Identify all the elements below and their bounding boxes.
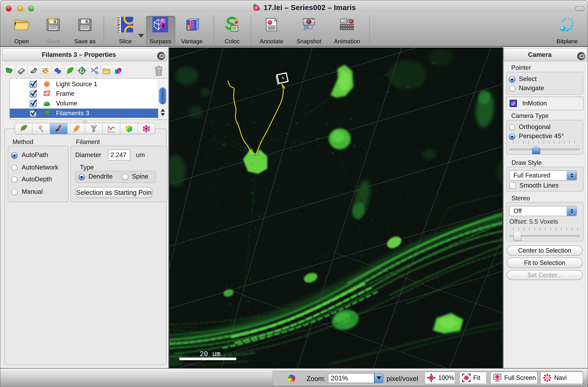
svg-text:20 um: 20 um [200,350,221,358]
